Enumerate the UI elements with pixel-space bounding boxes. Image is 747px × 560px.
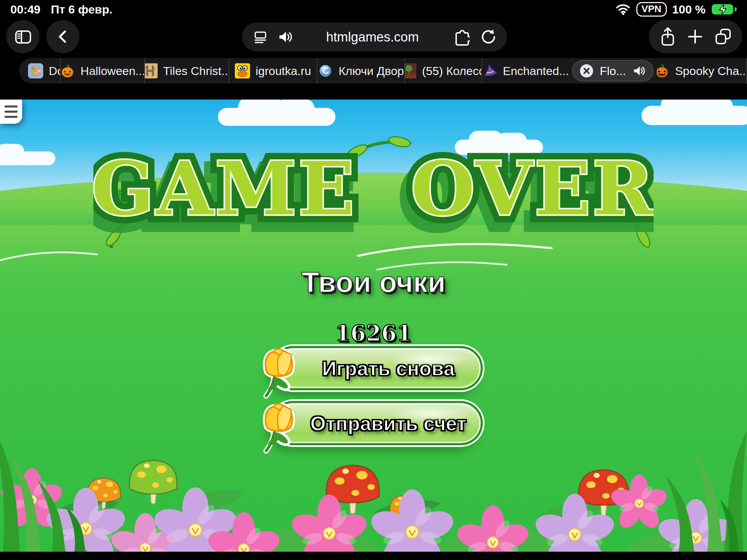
favicon-duck-icon xyxy=(235,63,250,78)
back-button[interactable] xyxy=(46,20,80,53)
favicon-wizard-hat-icon xyxy=(482,63,497,78)
toolbar-right-group xyxy=(649,20,742,53)
tab-label: Ключи Двор xyxy=(339,64,404,78)
tab-flo-active[interactable]: Flo... xyxy=(572,60,654,82)
battery-charging-icon xyxy=(711,3,738,16)
reload-icon[interactable] xyxy=(479,28,497,46)
tab-audio-icon[interactable] xyxy=(632,64,646,77)
sidebar-toggle-button[interactable] xyxy=(6,20,39,53)
sidebar-icon xyxy=(13,27,33,47)
status-date: Пт 6 февр. xyxy=(51,3,112,16)
address-bar[interactable]: htmlgames.com xyxy=(242,22,507,52)
close-tab-icon[interactable] xyxy=(580,64,593,78)
tab-koleso[interactable]: (55) Колесо xyxy=(405,58,482,84)
favicon-tree-icon xyxy=(405,63,416,78)
bottom-letterbox xyxy=(0,552,747,560)
tabs-icon xyxy=(713,27,733,47)
tab-label: Enchanted... xyxy=(503,64,569,78)
cloud xyxy=(642,106,747,125)
tab-igroutka[interactable]: igroutka.ru xyxy=(229,58,317,84)
score-label: Твои очки xyxy=(0,265,747,299)
tab-label: igroutka.ru xyxy=(256,64,311,78)
favicon-blue-sphere-icon xyxy=(318,63,333,78)
tab-tiles-christmas[interactable]: Tiles Christ... xyxy=(145,58,229,84)
play-again-button[interactable]: Играть снова xyxy=(271,346,483,390)
plus-icon xyxy=(686,28,704,45)
tab-label: Tiles Christ... xyxy=(163,64,229,78)
tab-kluchi-dvor[interactable]: Ключи Двор xyxy=(317,58,405,84)
garden-decoration xyxy=(0,432,747,552)
game-area: GAME OVER GAME OVER GAME OVER Твои очки … xyxy=(0,100,747,552)
url-text: htmlgames.com xyxy=(293,30,452,45)
game-over-title: GAME OVER GAME OVER GAME OVER xyxy=(93,134,654,248)
vpn-badge: VPN xyxy=(636,2,667,17)
tabs-overview-button[interactable] xyxy=(713,27,733,47)
safari-toolbar: htmlgames.com xyxy=(0,17,747,58)
tab-label: Spooky Cha... xyxy=(675,64,747,78)
tab-sound-icon[interactable] xyxy=(277,29,293,45)
tab-label: (55) Колесо xyxy=(422,64,482,78)
tab-enchanted[interactable]: Enchanted... xyxy=(482,58,569,84)
tab-label: Halloween... xyxy=(81,64,145,78)
favicon-pumpkin-icon xyxy=(61,63,75,78)
cloud xyxy=(0,151,55,165)
play-again-label: Играть снова xyxy=(299,357,455,380)
tulip-icon xyxy=(263,344,304,400)
tab-spooky[interactable]: Spooky Cha... xyxy=(657,58,747,84)
extensions-puzzle-icon[interactable] xyxy=(452,28,470,46)
share-icon xyxy=(658,26,677,47)
tab-label: Donut xyxy=(49,64,61,78)
tab-label: Flo... xyxy=(600,64,626,78)
ipad-screen: 00:49 Пт 6 февр. VPN 100 % xyxy=(0,0,747,560)
wifi-icon xyxy=(616,3,631,15)
score-value: 16261 xyxy=(0,320,747,346)
submit-score-label: Отправить счет xyxy=(287,412,467,435)
svg-text:GAME OVER: GAME OVER xyxy=(93,146,654,232)
favicon-jack-o-lantern-icon xyxy=(657,63,670,78)
cloud xyxy=(218,108,335,126)
battery-percent: 100 % xyxy=(672,3,706,16)
hamburger-icon xyxy=(4,105,18,108)
tab-halloween[interactable]: Halloween... xyxy=(61,58,145,84)
game-menu-button[interactable] xyxy=(0,100,22,124)
tab-strip: Donut Halloween... Tiles Christ... xyxy=(19,58,747,84)
new-tab-button[interactable] xyxy=(686,28,704,45)
favicon-letter-tile-icon xyxy=(145,63,157,78)
status-bar: 00:49 Пт 6 февр. VPN 100 % xyxy=(0,0,747,17)
page-menu-icon[interactable] xyxy=(252,29,268,45)
chevron-left-icon xyxy=(53,27,73,46)
status-time: 00:49 xyxy=(10,3,40,16)
favicon-donut-icon xyxy=(28,63,43,78)
share-button[interactable] xyxy=(658,26,677,47)
tab-donut[interactable]: Donut xyxy=(19,58,61,84)
